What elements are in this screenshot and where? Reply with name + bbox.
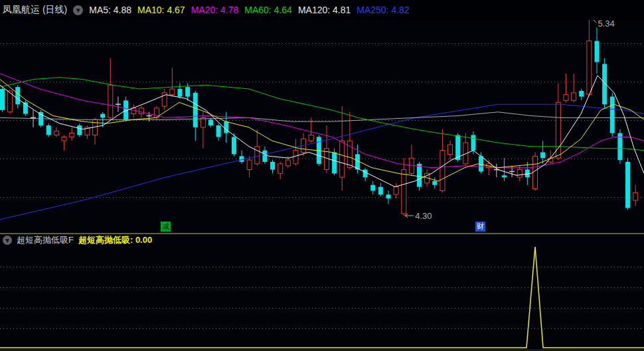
indicator-header: ▼ 超短高抛低吸F 超短高抛低吸: 0.00 xyxy=(3,235,152,246)
stock-chart-window: 凤凰航运 (日线) ▼ MA5: 4.88MA10: 4.67MA20: 4.7… xyxy=(0,0,644,351)
stock-title: 凤凰航运 (日线) xyxy=(3,4,67,16)
ma-label-ma20: MA20: 4.78 xyxy=(191,5,239,15)
badge-jian: 减 xyxy=(161,222,171,232)
ma-label-ma120: MA120: 4.81 xyxy=(298,5,351,15)
ma-label-ma250: MA250: 4.82 xyxy=(357,5,409,15)
indicator-name: 超短高抛低吸F xyxy=(17,234,74,246)
badge-cai: 财 xyxy=(475,222,485,232)
chevron-down-icon[interactable]: ▼ xyxy=(3,236,12,245)
main-chart-area[interactable]: 5.344.30 xyxy=(0,13,644,234)
chart-header: 凤凰航运 (日线) ▼ MA5: 4.88MA10: 4.67MA20: 4.7… xyxy=(0,0,644,20)
chevron-down-icon[interactable]: ▼ xyxy=(73,5,83,15)
bottom-border xyxy=(0,350,644,350)
ma-label-ma60: MA60: 4.64 xyxy=(244,5,292,15)
high-price-label: 5.34 xyxy=(598,19,614,29)
ma-label-ma10: MA10: 4.67 xyxy=(137,5,185,15)
indicator-signal-line xyxy=(0,247,644,348)
sub-chart-svg xyxy=(0,234,644,351)
main-chart-svg: 5.344.30 xyxy=(0,13,644,234)
ma-labels-row: MA5: 4.88MA10: 4.67MA20: 4.78MA60: 4.64M… xyxy=(89,5,409,15)
ma-line-ma60 xyxy=(0,78,644,151)
indicator-panel-area[interactable] xyxy=(0,234,644,351)
indicator-value: 超短高抛低吸: 0.00 xyxy=(78,234,152,246)
low-price-label: 4.30 xyxy=(415,211,432,221)
ma-label-ma5: MA5: 4.88 xyxy=(89,5,131,15)
